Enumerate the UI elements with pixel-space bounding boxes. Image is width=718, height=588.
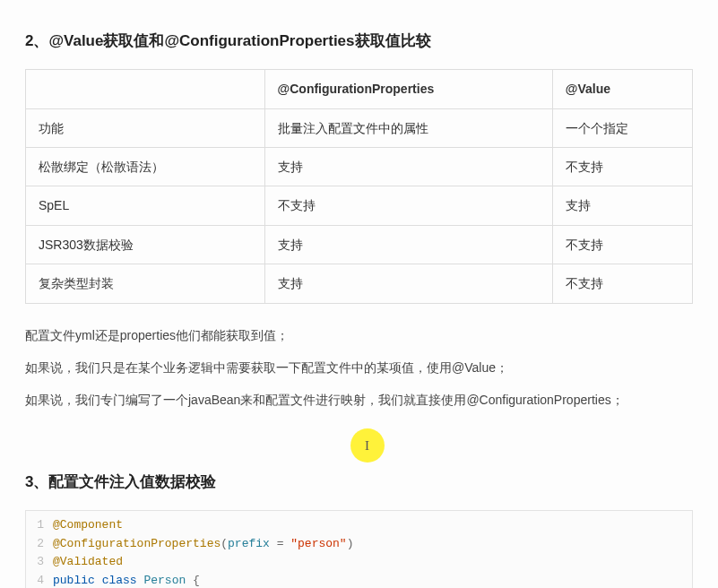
- table-row: SpEL不支持支持: [26, 186, 693, 225]
- table-cell: 不支持: [552, 147, 692, 186]
- paragraph: 配置文件yml还是properties他们都能获取到值；: [25, 325, 693, 345]
- table-cell: 批量注入配置文件中的属性: [264, 108, 552, 147]
- code-line: 1@Component: [26, 516, 692, 535]
- code-content: @Component: [53, 516, 123, 535]
- table-header-row: @ConfigurationProperties @Value: [26, 70, 693, 108]
- paragraph: 如果说，我们专门编写了一个javaBean来和配置文件进行映射，我们就直接使用@…: [25, 390, 693, 410]
- table-row: JSR303数据校验支持不支持: [26, 225, 693, 264]
- line-number: 4: [26, 572, 53, 588]
- code-line: 2@ConfigurationProperties(prefix = "pers…: [26, 535, 692, 554]
- table-cell: 一个个指定: [552, 108, 692, 147]
- col-value: @Value: [552, 70, 692, 108]
- table-cell: 松散绑定（松散语法）: [26, 147, 265, 186]
- text-cursor-highlight: [25, 423, 693, 459]
- code-content: @ConfigurationProperties(prefix = "perso…: [53, 535, 354, 554]
- table-row: 复杂类型封装支持不支持: [26, 264, 693, 303]
- table-row: 松散绑定（松散语法）支持不支持: [26, 147, 693, 186]
- cursor-highlight-icon: [350, 428, 385, 463]
- table-cell: SpEL: [26, 186, 265, 225]
- comparison-table: @ConfigurationProperties @Value 功能批量注入配置…: [25, 69, 693, 303]
- section2-heading: 2、@Value获取值和@ConfigurationProperties获取值比…: [25, 29, 693, 53]
- table-cell: 支持: [264, 147, 552, 186]
- code-line: 3@Validated: [26, 553, 692, 572]
- code-line: 4public class Person {: [26, 572, 692, 588]
- section3-heading: 3、配置文件注入值数据校验: [25, 470, 693, 494]
- table-cell: 支持: [552, 186, 692, 225]
- col-feature: [26, 70, 265, 108]
- line-number: 3: [26, 553, 53, 572]
- table-cell: 功能: [26, 108, 265, 147]
- code-block: 1@Component2@ConfigurationProperties(pre…: [25, 510, 693, 588]
- table-cell: 支持: [264, 264, 552, 303]
- col-configprops: @ConfigurationProperties: [264, 70, 552, 108]
- table-cell: JSR303数据校验: [26, 225, 265, 264]
- table-cell: 不支持: [264, 186, 552, 225]
- table-row: 功能批量注入配置文件中的属性一个个指定: [26, 108, 693, 147]
- code-content: @Validated: [53, 553, 123, 572]
- code-content: public class Person {: [53, 572, 200, 588]
- table-cell: 复杂类型封装: [26, 264, 265, 303]
- table-cell: 不支持: [552, 225, 692, 264]
- paragraph: 如果说，我们只是在某个业务逻辑中需要获取一下配置文件中的某项值，使用@Value…: [25, 358, 693, 377]
- table-cell: 支持: [264, 225, 552, 264]
- line-number: 1: [26, 516, 53, 535]
- line-number: 2: [26, 535, 53, 554]
- table-cell: 不支持: [552, 264, 692, 303]
